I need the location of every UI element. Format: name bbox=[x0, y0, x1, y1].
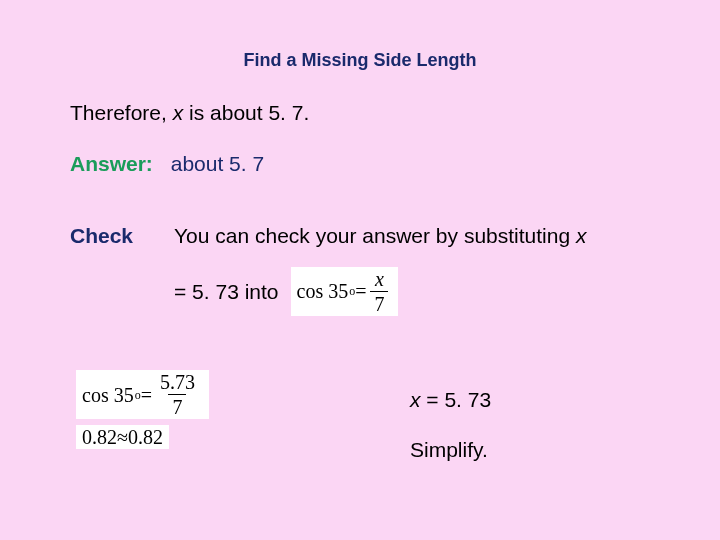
left-formula-stack: cos 35o = 5.73 7 0.82 ≈ 0.82 bbox=[76, 370, 209, 449]
lf1-lhs: cos 35 bbox=[82, 385, 134, 405]
check-text: You can check your answer by substitutin… bbox=[174, 222, 650, 249]
left-formula-2: 0.82 ≈ 0.82 bbox=[76, 425, 169, 449]
right-simplify: Simplify. bbox=[410, 438, 491, 462]
answer-row: Answer: about 5. 7 bbox=[70, 150, 650, 177]
therefore-pre: Therefore, bbox=[70, 101, 173, 124]
therefore-line: Therefore, x is about 5. 7. bbox=[70, 99, 650, 126]
check-label: Check bbox=[70, 222, 174, 249]
lf1-frac: 5.73 7 bbox=[156, 372, 199, 417]
check-text-pre: You can check your answer by substitutin… bbox=[174, 224, 576, 247]
check-text-var: x bbox=[576, 224, 587, 247]
left-formula-1: cos 35o = 5.73 7 bbox=[76, 370, 209, 419]
lf2-lhs: 0.82 bbox=[82, 427, 117, 447]
check-eq-text: = 5. 73 into bbox=[174, 278, 279, 305]
lf1-mid: = bbox=[141, 385, 152, 405]
inline-formula-frac: x 7 bbox=[370, 269, 388, 314]
lf2-rhs: 0.82 bbox=[128, 427, 163, 447]
right-block: x = 5. 73 Simplify. bbox=[410, 388, 491, 462]
therefore-var: x bbox=[173, 101, 184, 124]
lf1-den: 7 bbox=[168, 394, 186, 417]
slide-title: Find a Missing Side Length bbox=[70, 50, 650, 71]
inline-formula: cos 35o = x 7 bbox=[291, 267, 399, 316]
therefore-post: is about 5. 7. bbox=[183, 101, 309, 124]
inline-formula-num: x bbox=[371, 269, 388, 291]
inline-formula-lhs: cos 35 bbox=[297, 281, 349, 301]
answer-label: Answer: bbox=[70, 152, 153, 175]
check-eq-line: = 5. 73 into cos 35o = x 7 bbox=[174, 267, 650, 316]
inline-formula-den: 7 bbox=[370, 291, 388, 314]
lf1-num: 5.73 bbox=[156, 372, 199, 394]
inline-formula-mid: = bbox=[355, 281, 366, 301]
answer-value: about 5. 7 bbox=[171, 152, 264, 175]
right-eq-rest: = 5. 73 bbox=[421, 388, 492, 411]
right-eq-var: x bbox=[410, 388, 421, 411]
lf2-approx: ≈ bbox=[117, 427, 128, 447]
check-row: Check You can check your answer by subst… bbox=[70, 222, 650, 249]
right-eq: x = 5. 73 bbox=[410, 388, 491, 412]
